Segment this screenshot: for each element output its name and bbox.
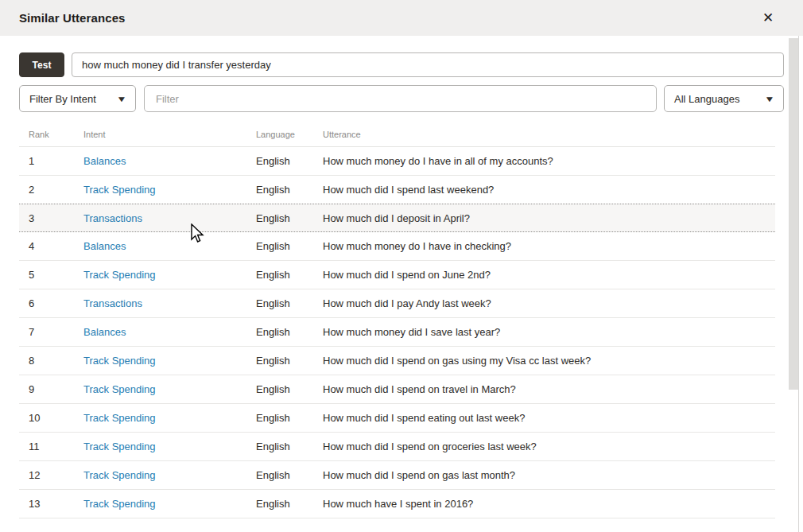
intent-link[interactable]: Track Spending xyxy=(83,383,156,395)
table-row[interactable]: 10 Track Spending English How much did I… xyxy=(19,404,775,433)
intent-link[interactable]: Transactions xyxy=(83,297,142,309)
intent-cell: Balances xyxy=(74,155,246,167)
chevron-down-icon: ▼ xyxy=(764,95,774,103)
column-header-rank: Rank xyxy=(19,130,74,139)
intent-link[interactable]: Balances xyxy=(83,155,126,167)
utterance-cell: How much did I spend last weekend? xyxy=(313,184,775,196)
test-bar: Test xyxy=(19,52,784,77)
utterance-cell: How much did I spend on groceries last w… xyxy=(313,441,775,452)
column-header-utterance: Utterance xyxy=(313,130,775,139)
filter-bar: Filter By Intent ▼ All Languages ▼ xyxy=(19,85,784,112)
language-cell: English xyxy=(246,326,313,338)
rank-cell: 12 xyxy=(19,469,74,481)
utterance-cell: How much money did I save last year? xyxy=(313,326,775,338)
intent-link[interactable]: Balances xyxy=(83,240,126,252)
rank-cell: 4 xyxy=(19,240,74,252)
chevron-down-icon: ▼ xyxy=(116,95,126,103)
intent-link[interactable]: Track Spending xyxy=(83,469,156,481)
rank-cell: 10 xyxy=(19,412,74,424)
table-row[interactable]: 5 Track Spending English How much did I … xyxy=(19,261,775,289)
rank-cell: 7 xyxy=(19,326,74,338)
intent-cell: Transactions xyxy=(74,212,246,224)
language-cell: English xyxy=(246,297,313,309)
utterance-cell: How much did I spend on June 2nd? xyxy=(313,269,775,281)
intent-cell: Track Spending xyxy=(74,469,246,481)
intent-cell: Transactions xyxy=(74,297,246,309)
utterance-cell: How much money do I have in all of my ac… xyxy=(313,155,775,167)
filter-by-intent-value: Filter By Intent xyxy=(29,93,96,105)
rank-cell: 6 xyxy=(19,297,74,309)
intent-link[interactable]: Track Spending xyxy=(83,355,156,367)
language-dropdown[interactable]: All Languages ▼ xyxy=(664,85,784,112)
language-dropdown-value: All Languages xyxy=(674,93,739,105)
language-cell: English xyxy=(246,355,313,367)
table-row[interactable]: 3 Transactions English How much did I de… xyxy=(19,204,775,232)
language-cell: English xyxy=(246,212,313,224)
intent-cell: Track Spending xyxy=(74,355,246,367)
vertical-scrollbar[interactable] xyxy=(788,36,799,532)
intent-link[interactable]: Track Spending xyxy=(83,498,156,510)
intent-cell: Track Spending xyxy=(74,498,246,510)
language-cell: English xyxy=(246,383,313,395)
language-cell: English xyxy=(246,240,313,252)
column-header-language: Language xyxy=(246,130,313,139)
test-button[interactable]: Test xyxy=(19,52,64,77)
panel-title: Similar Utterances xyxy=(19,11,126,25)
rank-cell: 5 xyxy=(19,269,74,281)
table-header-row: Rank Intent Language Utterance xyxy=(19,112,775,147)
table-row[interactable]: 11 Track Spending English How much did I… xyxy=(19,433,775,461)
intent-cell: Balances xyxy=(74,240,246,252)
language-cell: English xyxy=(246,184,313,196)
table-row[interactable]: 8 Track Spending English How much did I … xyxy=(19,347,775,375)
rank-cell: 3 xyxy=(19,212,74,224)
language-cell: English xyxy=(246,441,313,452)
table-row[interactable]: 1 Balances English How much money do I h… xyxy=(19,147,775,176)
language-cell: English xyxy=(246,498,313,510)
filter-by-intent-dropdown[interactable]: Filter By Intent ▼ xyxy=(19,85,136,112)
close-icon[interactable]: ✕ xyxy=(757,7,779,29)
intent-cell: Balances xyxy=(74,326,246,338)
similar-utterances-table: Rank Intent Language Utterance 1 Balance… xyxy=(19,112,775,518)
intent-cell: Track Spending xyxy=(74,269,246,281)
intent-link[interactable]: Track Spending xyxy=(83,184,156,196)
language-cell: English xyxy=(246,469,313,481)
intent-cell: Track Spending xyxy=(74,412,246,424)
intent-cell: Track Spending xyxy=(74,441,246,452)
table-row[interactable]: 13 Track Spending English How much have … xyxy=(19,490,775,518)
language-cell: English xyxy=(246,412,313,424)
rank-cell: 13 xyxy=(19,498,74,510)
utterance-cell: How much have I spent in 2016? xyxy=(313,498,775,510)
rank-cell: 2 xyxy=(19,184,74,196)
similar-utterances-panel: Similar Utterances ✕ Test Filter By Inte… xyxy=(0,0,803,532)
table-row[interactable]: 2 Track Spending English How much did I … xyxy=(19,176,775,204)
rank-cell: 1 xyxy=(19,155,74,167)
utterance-cell: How much did I spend on travel in March? xyxy=(313,383,775,395)
rank-cell: 11 xyxy=(19,441,74,452)
intent-cell: Track Spending xyxy=(74,383,246,395)
table-row[interactable]: 12 Track Spending English How much did I… xyxy=(19,461,775,490)
intent-link[interactable]: Track Spending xyxy=(83,412,156,424)
column-header-intent: Intent xyxy=(74,130,246,139)
rank-cell: 9 xyxy=(19,383,74,395)
utterance-cell: How much did I pay Andy last week? xyxy=(313,297,775,309)
table-body: 1 Balances English How much money do I h… xyxy=(19,147,775,518)
language-cell: English xyxy=(246,155,313,167)
utterance-cell: How much money do I have in checking? xyxy=(313,240,775,252)
intent-cell: Track Spending xyxy=(74,184,246,196)
intent-link[interactable]: Track Spending xyxy=(83,441,156,452)
scrollbar-thumb[interactable] xyxy=(789,38,798,390)
utterance-cell: How much did I spend on gas last month? xyxy=(313,469,775,481)
intent-link[interactable]: Transactions xyxy=(83,212,142,224)
table-row[interactable]: 7 Balances English How much money did I … xyxy=(19,318,775,347)
table-row[interactable]: 6 Transactions English How much did I pa… xyxy=(19,289,775,318)
utterance-cell: How much did I spend eating out last wee… xyxy=(313,412,775,424)
language-cell: English xyxy=(246,269,313,281)
table-row[interactable]: 4 Balances English How much money do I h… xyxy=(19,232,775,261)
test-utterance-input[interactable] xyxy=(72,52,784,77)
rank-cell: 8 xyxy=(19,355,74,367)
utterance-cell: How much did I deposit in April? xyxy=(313,212,775,224)
table-row[interactable]: 9 Track Spending English How much did I … xyxy=(19,375,775,404)
intent-link[interactable]: Track Spending xyxy=(83,269,156,281)
filter-input[interactable] xyxy=(144,85,657,112)
intent-link[interactable]: Balances xyxy=(83,326,126,338)
